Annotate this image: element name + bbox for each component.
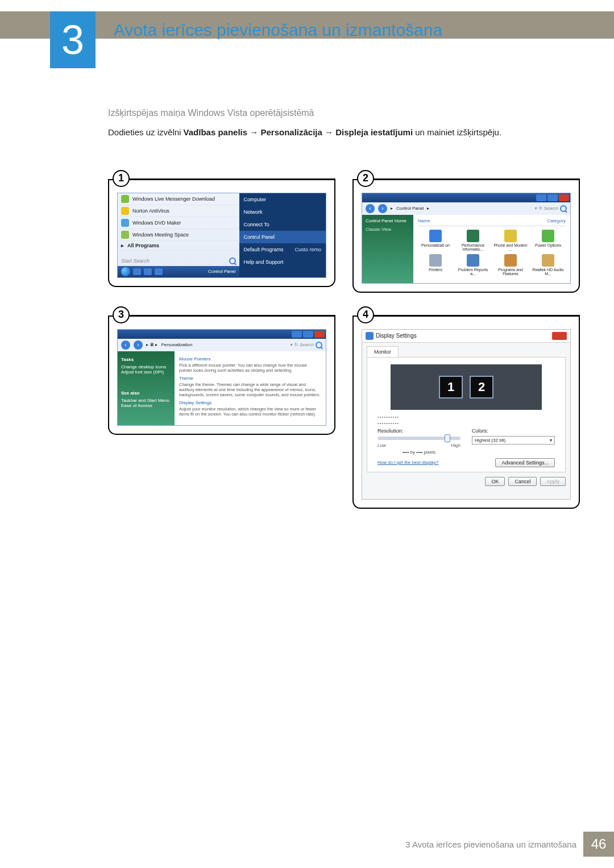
right-default-programs[interactable]: Default Programs Custo remo	[239, 243, 326, 256]
search-input[interactable]: Search	[544, 206, 558, 211]
label: Windows Live Messenger Download	[132, 196, 215, 202]
sidebar-ease[interactable]: Ease of Access	[121, 403, 171, 408]
search-icon[interactable]	[229, 258, 236, 264]
item-programs[interactable]: Programs and Features	[493, 254, 528, 276]
maximize-button[interactable]	[303, 331, 313, 338]
icon-grid: Personalizati on Performance Informatio.…	[418, 230, 566, 276]
item-printers[interactable]: Printers	[418, 254, 453, 276]
back-icon[interactable]: ‹	[366, 204, 375, 213]
maximize-button[interactable]	[547, 194, 558, 201]
right-network[interactable]: Network	[239, 206, 326, 218]
control-panel-sidebar: Control Panel Home Classic View	[362, 215, 413, 283]
sidebar-font-size[interactable]: Adjust font size (DPI)	[121, 369, 171, 375]
sidebar-home[interactable]: Control Panel Home	[366, 218, 410, 223]
sidebar-desktop-icons[interactable]: Change desktop icons	[121, 364, 171, 369]
monitor-1[interactable]: 1	[439, 376, 463, 398]
sidebar-taskbar[interactable]: Taskbar and Start Menu	[121, 398, 171, 403]
breadcrumb-sep: ▸	[391, 206, 393, 211]
desc-theme: Change the theme. Themes can change a wi…	[179, 382, 321, 397]
right-connect[interactable]: Connect To	[239, 218, 326, 231]
help-link[interactable]: How do I get the best display?	[377, 460, 438, 465]
start-orb-icon[interactable]	[121, 267, 130, 276]
item-realtek[interactable]: Realtek HD Audio M...	[530, 254, 566, 276]
tab-monitor[interactable]: Monitor	[367, 346, 399, 357]
section-subheading: Izšķirtspējas maiņa Windows Vista operēt…	[108, 108, 580, 118]
item-problem[interactable]: Problem Reports a...	[455, 254, 491, 276]
taskbar-button[interactable]	[133, 268, 141, 275]
sidebar-tasks: Tasks	[121, 357, 171, 362]
colors-combo[interactable]: Highest (32 bit)	[472, 436, 555, 445]
step-badge-2: 2	[357, 170, 374, 187]
monitor-2[interactable]: 2	[470, 376, 493, 398]
personalization-sidebar: Tasks Change desktop icons Adjust font s…	[118, 351, 175, 425]
screenshot-panel-2: 2 ‹ › ▸ Control Panel ▸	[352, 179, 580, 293]
forward-icon[interactable]: ›	[378, 204, 387, 213]
apply-button[interactable]: Apply	[540, 477, 566, 486]
slider-thumb[interactable]	[445, 434, 450, 442]
advanced-settings-button[interactable]: Advanced Settings...	[495, 458, 555, 467]
item-personalization[interactable]: Personalizati on	[418, 230, 453, 251]
right-computer[interactable]: Computer	[239, 193, 326, 206]
close-button[interactable]	[559, 194, 569, 201]
monitor-preview: 1 2	[391, 364, 542, 410]
col-name[interactable]: Name	[418, 218, 430, 223]
label: Norton AntiVirus	[132, 208, 169, 214]
taskbar-button[interactable]	[155, 268, 163, 275]
search-icon[interactable]	[316, 342, 322, 348]
breadcrumb-text[interactable]: Control Panel	[396, 206, 424, 211]
control-panel-body: Control Panel Home Classic View Name Cat…	[362, 215, 570, 283]
slider-high: High	[451, 443, 460, 448]
back-icon[interactable]: ‹	[121, 340, 130, 350]
performance-icon	[467, 230, 479, 242]
personalization-icon	[429, 230, 442, 242]
resolution-slider[interactable]	[377, 437, 460, 440]
sidebar-see-also: See also	[121, 391, 171, 396]
label: Windows Meeting Space	[132, 232, 189, 238]
forward-icon[interactable]: ›	[134, 340, 143, 350]
display-icon	[366, 332, 374, 340]
start-item-antivirus[interactable]: Norton AntiVirus	[118, 205, 239, 217]
redacted-row: ••••••••••	[377, 414, 561, 420]
start-search-input[interactable]: Start Search	[121, 258, 150, 264]
start-item-dvd[interactable]: Windows DVD Maker	[118, 217, 239, 229]
step-badge-1: 1	[113, 170, 130, 187]
sidebar-classic-view[interactable]: Classic View	[366, 227, 410, 232]
page-footer: 3 Avota ierīces pievienošana un izmantoš…	[405, 832, 614, 857]
minimize-button[interactable]	[536, 194, 546, 201]
search-input[interactable]: Search	[300, 342, 314, 347]
instruction-text: Dodieties uz izvēlni Vadības panelis → P…	[108, 126, 580, 139]
item-performance[interactable]: Performance Informatio...	[455, 230, 491, 251]
start-menu-screenshot: Windows Live Messenger Download Norton A…	[117, 193, 326, 278]
breadcrumb-text[interactable]: Personalization	[161, 342, 192, 347]
section-display[interactable]: Display Settings	[179, 400, 321, 405]
label: Printers	[429, 268, 442, 272]
step-badge-4: 4	[357, 306, 374, 323]
start-item-messenger[interactable]: Windows Live Messenger Download	[118, 193, 239, 205]
combo-value: Highest (32 bit)	[475, 438, 505, 443]
minimize-button[interactable]	[292, 331, 302, 338]
item-power[interactable]: Power Options	[530, 230, 566, 251]
pixel-label: •••• by •••• pixels	[377, 450, 460, 455]
right-control-panel[interactable]: Control Panel	[239, 231, 326, 243]
search-icon[interactable]	[560, 205, 567, 212]
chapter-title: Avota ierīces pievienošana un izmantošan…	[114, 20, 442, 40]
label: Problem Reports a...	[455, 268, 491, 276]
search-refresh-icon[interactable]: ▾ ↻	[290, 342, 297, 347]
section-theme[interactable]: Theme	[179, 376, 321, 381]
close-button[interactable]	[552, 332, 567, 340]
desc-mouse: Pick a different mouse pointer. You can …	[179, 363, 321, 373]
item-phone[interactable]: Phone and Modem ...	[493, 230, 528, 251]
chapter-number: 3	[61, 16, 84, 63]
right-help[interactable]: Help and Support	[239, 256, 326, 268]
start-item-meeting[interactable]: Windows Meeting Space	[118, 229, 239, 241]
col-category[interactable]: Category	[547, 218, 566, 223]
cancel-button[interactable]: Cancel	[508, 477, 537, 486]
close-button[interactable]	[314, 331, 325, 338]
section-mouse[interactable]: Mouse Pointers	[179, 356, 321, 362]
start-all-programs[interactable]: ▸All Programs	[118, 241, 239, 251]
screenshot-panel-4: 4 Display Settings Monitor 1	[352, 315, 580, 509]
search-refresh-icon[interactable]: ▾ ↻	[534, 206, 542, 211]
ok-button[interactable]: OK	[485, 477, 505, 486]
taskbar-control-panel[interactable]: Control Panel	[208, 269, 235, 274]
taskbar-button[interactable]	[144, 268, 152, 275]
